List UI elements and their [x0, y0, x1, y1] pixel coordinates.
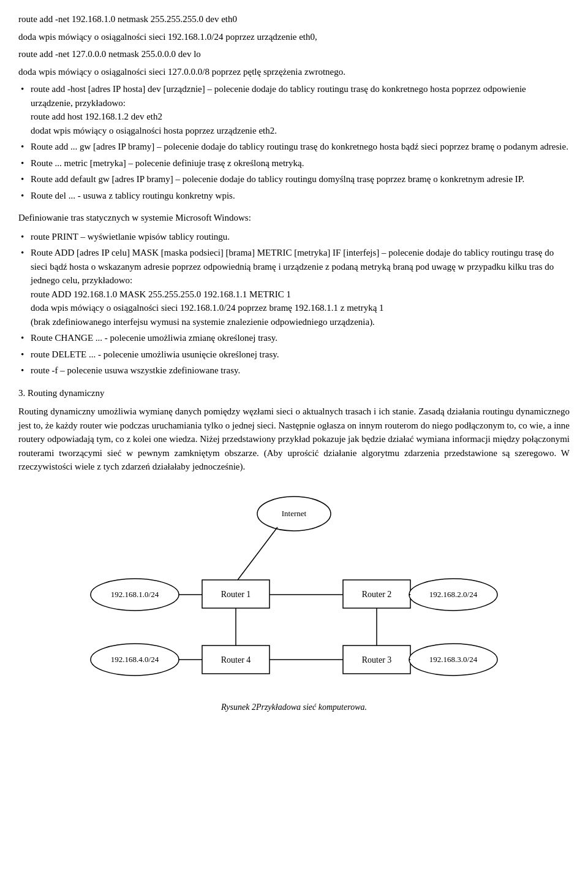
line-route-add-net: route add -net 192.168.1.0 netmask 255.2…: [18, 12, 570, 26]
page-content: route add -net 192.168.1.0 netmask 255.2…: [18, 12, 570, 717]
line-internet-router1: [238, 527, 277, 580]
linux-bullet-5: Route del ... - usuwa z tablicy routingu…: [18, 189, 570, 203]
line-route-add-lo: route add -net 127.0.0.0 netmask 255.0.0…: [18, 47, 570, 61]
router4-label: Router 4: [221, 655, 251, 665]
router1-label: Router 1: [221, 590, 251, 599]
win-bullet-5: route -f – polecenie usuwa wszystkie zde…: [18, 364, 570, 378]
win-bullet-2: Route ADD [adres IP celu] MASK [maska po…: [18, 246, 570, 329]
dynamic-routing-heading: 3. Routing dynamiczny: [18, 386, 570, 400]
win-bullet-3: Route CHANGE ... - polecenie umożliwia z…: [18, 331, 570, 345]
line-doda-1: doda wpis mówiący o osiągalności sieci 1…: [18, 30, 570, 44]
router3-label: Router 3: [362, 655, 392, 665]
diagram-caption: Rysunek 2Przykładowa sieć komputerowa.: [221, 701, 367, 714]
win-bullet-4: route DELETE ... - polecenie umożliwia u…: [18, 348, 570, 362]
net2-label: 192.168.2.0/24: [429, 590, 478, 599]
linux-bullet-1: route add -host [adres IP hosta] dev [ur…: [18, 82, 570, 137]
linux-example-cmd: route add host 192.168.1.2 dev eth2: [31, 112, 162, 121]
router2-label: Router 2: [362, 590, 392, 599]
win-bullet-1: route PRINT – wyświetlanie wpisów tablic…: [18, 230, 570, 244]
linux-example-desc: dodat wpis mówiący o osiągalności hosta …: [31, 126, 277, 135]
linux-bullet-list: route add -host [adres IP hosta] dev [ur…: [18, 82, 570, 202]
network-diagram-container: Internet Router 1 192.168.1.0/24 Router …: [80, 486, 508, 717]
win-example-desc2: (brak zdefiniowanego interfejsu wymusi n…: [31, 317, 375, 327]
win-example-desc1: doda wpis mówiący o osiągalności sieci 1…: [31, 303, 384, 313]
internet-label: Internet: [282, 509, 307, 518]
win-example-cmd: route ADD 192.168.1.0 MASK 255.255.255.0…: [31, 289, 291, 299]
line-doda-2: doda wpis mówiący o osiągalności sieci 1…: [18, 65, 570, 79]
windows-bullet-list: route PRINT – wyświetlanie wpisów tablic…: [18, 230, 570, 378]
net3-label: 192.168.3.0/24: [429, 655, 478, 664]
net1-label: 192.168.1.0/24: [111, 590, 159, 599]
net4-label: 192.168.4.0/24: [111, 655, 159, 664]
linux-bullet-4: Route add default gw [adres IP bramy] – …: [18, 172, 570, 186]
network-diagram-svg: Internet Router 1 192.168.1.0/24 Router …: [86, 486, 502, 695]
linux-bullet-2: Route add ... gw [adres IP bramy] – pole…: [18, 140, 570, 154]
dynamic-routing-text: Routing dynamiczny umożliwia wymianę dan…: [18, 405, 570, 474]
windows-section-heading: Definiowanie tras statycznych w systemie…: [18, 211, 570, 225]
linux-bullet-3: Route ... metric [metryka] – polecenie d…: [18, 156, 570, 170]
